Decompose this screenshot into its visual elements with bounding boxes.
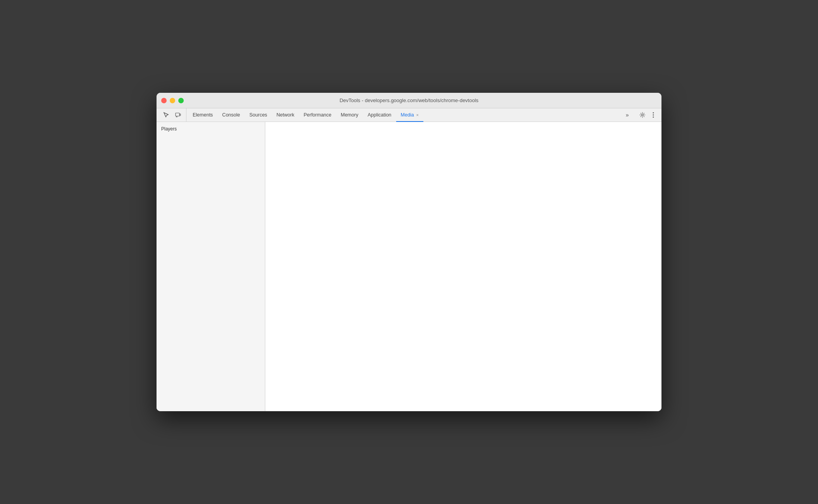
device-toolbar-button[interactable] <box>173 110 183 120</box>
tab-console[interactable]: Console <box>218 109 245 122</box>
svg-rect-1 <box>180 114 181 116</box>
players-sidebar: Players <box>157 122 265 411</box>
svg-point-5 <box>653 112 654 113</box>
tab-sources[interactable]: Sources <box>245 109 272 122</box>
minimize-button[interactable] <box>170 98 175 103</box>
players-label: Players <box>161 126 177 132</box>
devtools-window: DevTools - developers.google.com/web/too… <box>157 93 661 411</box>
inspect-element-button[interactable] <box>161 110 171 120</box>
tab-elements[interactable]: Elements <box>188 109 218 122</box>
tab-media-close[interactable]: × <box>416 113 419 117</box>
more-options-button[interactable] <box>648 110 658 120</box>
window-title: DevTools - developers.google.com/web/too… <box>339 97 479 103</box>
maximize-button[interactable] <box>178 98 184 103</box>
main-panel <box>265 122 661 411</box>
close-button[interactable] <box>161 98 167 103</box>
tab-performance[interactable]: Performance <box>299 109 336 122</box>
traffic-lights <box>161 98 184 103</box>
more-tabs-button[interactable]: » <box>622 110 632 120</box>
content-area: Players <box>157 122 661 411</box>
tab-network[interactable]: Network <box>272 109 299 122</box>
toolbar: Elements Console Sources Network Perform… <box>157 108 661 122</box>
settings-button[interactable] <box>637 110 647 120</box>
title-bar: DevTools - developers.google.com/web/too… <box>157 93 661 108</box>
tab-media[interactable]: Media × <box>396 109 423 122</box>
devtools-container: Elements Console Sources Network Perform… <box>157 108 661 411</box>
tabs-container: Elements Console Sources Network Perform… <box>188 108 621 122</box>
svg-point-4 <box>642 114 644 116</box>
toolbar-actions: » <box>621 108 660 122</box>
svg-point-7 <box>653 116 654 118</box>
toolbar-icons <box>158 108 186 122</box>
tab-memory[interactable]: Memory <box>336 109 363 122</box>
svg-point-6 <box>653 115 654 116</box>
tab-application[interactable]: Application <box>363 109 396 122</box>
svg-rect-0 <box>176 113 179 116</box>
